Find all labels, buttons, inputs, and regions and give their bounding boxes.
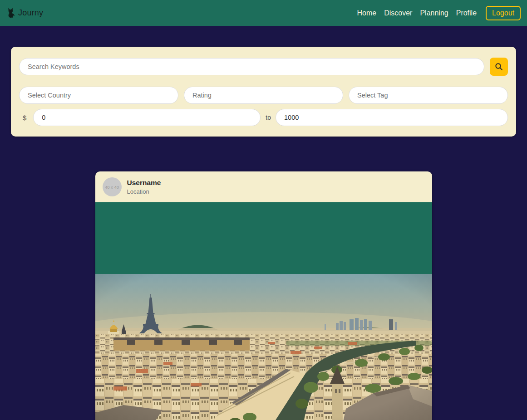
nav-link-discover[interactable]: Discover — [384, 8, 413, 18]
cat-logo-icon — [5, 6, 16, 20]
select-tag-input[interactable] — [349, 87, 508, 104]
post-body-placeholder — [95, 202, 432, 274]
post-username: Username — [127, 179, 161, 187]
brand[interactable]: Journy — [5, 6, 43, 20]
logout-button[interactable]: Logout — [486, 6, 521, 20]
post-header: 40 x 40 Username Location — [95, 171, 432, 202]
rating-input[interactable] — [184, 87, 343, 104]
search-icon — [494, 62, 503, 71]
brand-name: Journy — [18, 8, 43, 18]
post-card[interactable]: 40 x 40 Username Location — [95, 171, 432, 420]
currency-label: $ — [23, 114, 26, 122]
nav-link-home[interactable]: Home — [357, 8, 377, 18]
nav-link-profile[interactable]: Profile — [456, 8, 477, 18]
select-country-input[interactable] — [19, 87, 178, 104]
price-max-input[interactable] — [276, 109, 508, 126]
post-user-info: Username Location — [127, 179, 161, 195]
search-row — [19, 58, 508, 76]
search-panel: $ to — [11, 47, 516, 137]
to-label: to — [266, 114, 271, 121]
price-min-input[interactable] — [33, 109, 261, 126]
navbar: Journy Home Discover Planning Profile Lo… — [0, 0, 527, 26]
price-range-row: $ to — [19, 109, 508, 126]
search-button[interactable] — [490, 58, 508, 76]
search-keywords-input[interactable] — [19, 58, 484, 75]
post-photo-paris-cityscape — [95, 274, 432, 420]
post-location: Location — [127, 188, 161, 195]
navbar-links: Home Discover Planning Profile Logout — [357, 6, 521, 20]
nav-link-planning[interactable]: Planning — [419, 8, 448, 18]
filters-row — [19, 87, 508, 104]
avatar: 40 x 40 — [103, 177, 122, 196]
